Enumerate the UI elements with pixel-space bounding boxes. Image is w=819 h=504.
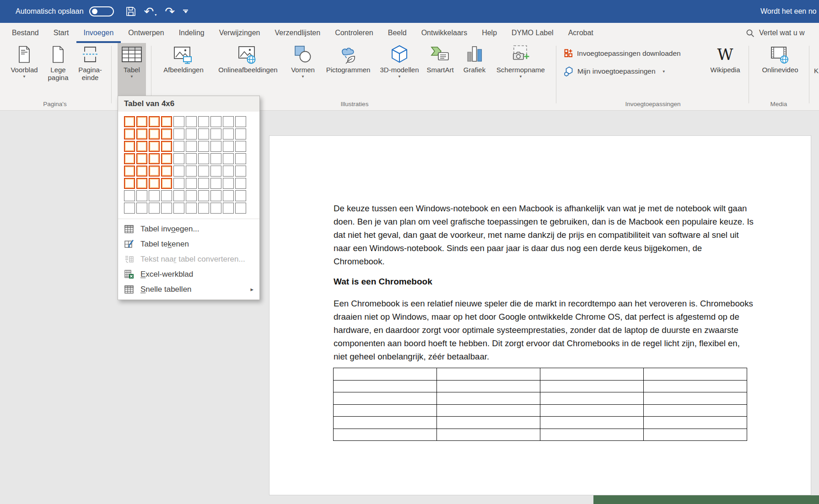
- grid-cell-5x1[interactable]: [173, 116, 184, 127]
- tab-beeld[interactable]: Beeld: [381, 23, 414, 43]
- grid-cell-1x6[interactable]: [124, 178, 135, 189]
- grid-cell-7x1[interactable]: [198, 116, 209, 127]
- tab-indeling[interactable]: Indeling: [172, 23, 212, 43]
- grid-cell-9x3[interactable]: [223, 141, 234, 152]
- grid-cell-2x7[interactable]: [136, 190, 147, 201]
- customize-quick-access-icon[interactable]: [183, 10, 188, 13]
- grid-cell-2x5[interactable]: [136, 166, 147, 177]
- doc-table-cell[interactable]: [540, 429, 644, 441]
- grid-cell-1x4[interactable]: [124, 153, 135, 164]
- doc-table-cell[interactable]: [540, 404, 644, 417]
- inserted-table[interactable]: [333, 368, 747, 441]
- grid-cell-9x5[interactable]: [223, 166, 234, 177]
- grid-cell-1x7[interactable]: [124, 190, 135, 201]
- doc-table-cell[interactable]: [437, 404, 540, 417]
- grid-cell-9x6[interactable]: [223, 178, 234, 189]
- doc-table-cell[interactable]: [644, 404, 747, 417]
- grid-cell-2x8[interactable]: [136, 203, 147, 214]
- grid-cell-3x2[interactable]: [149, 129, 160, 139]
- grid-cell-7x7[interactable]: [198, 190, 209, 201]
- grid-cell-8x5[interactable]: [210, 166, 221, 177]
- grid-cell-5x4[interactable]: [173, 153, 184, 164]
- doc-table-cell[interactable]: [644, 429, 747, 441]
- grid-cell-6x7[interactable]: [186, 190, 197, 201]
- grid-cell-9x8[interactable]: [223, 203, 234, 214]
- undo-button[interactable]: ↶ ▾: [144, 5, 157, 17]
- doc-table-cell[interactable]: [334, 429, 437, 441]
- grid-cell-5x5[interactable]: [173, 166, 184, 177]
- grid-cell-3x1[interactable]: [149, 116, 160, 127]
- redo-button[interactable]: ↷: [165, 5, 175, 17]
- grid-cell-1x2[interactable]: [124, 129, 135, 139]
- page-break-button[interactable]: Pagina-einde: [73, 44, 107, 95]
- grid-cell-9x1[interactable]: [223, 116, 234, 127]
- 3d-models-button[interactable]: 3D-modellen ▼: [380, 44, 419, 95]
- grid-cell-10x7[interactable]: [235, 190, 246, 201]
- doc-table-cell[interactable]: [540, 368, 644, 381]
- doc-table-cell[interactable]: [334, 368, 437, 381]
- menu-item-draw-table[interactable]: Tabel tekenen: [118, 236, 259, 252]
- smartart-button[interactable]: SmartArt: [421, 44, 459, 95]
- table-button[interactable]: Tabel ▼: [118, 43, 146, 97]
- grid-cell-4x1[interactable]: [161, 116, 172, 127]
- grid-cell-10x2[interactable]: [235, 129, 246, 139]
- doc-table-cell[interactable]: [437, 429, 540, 441]
- tab-invoegen[interactable]: Invoegen: [76, 23, 121, 43]
- grid-cell-8x7[interactable]: [210, 190, 221, 201]
- tab-verzendlijsten[interactable]: Verzendlijsten: [268, 23, 328, 43]
- grid-cell-4x5[interactable]: [161, 166, 172, 177]
- grid-cell-2x4[interactable]: [136, 153, 147, 164]
- shapes-button[interactable]: Vormen ▼: [287, 44, 319, 95]
- tab-acrobat[interactable]: Acrobat: [561, 23, 601, 43]
- grid-cell-7x4[interactable]: [198, 153, 209, 164]
- grid-cell-10x3[interactable]: [235, 141, 246, 152]
- doc-table-cell[interactable]: [644, 392, 747, 405]
- grid-cell-9x4[interactable]: [223, 153, 234, 164]
- doc-table-cell[interactable]: [437, 368, 540, 381]
- undo-dropdown-caret[interactable]: ▾: [155, 13, 156, 17]
- grid-cell-6x3[interactable]: [186, 141, 197, 152]
- doc-table-cell[interactable]: [540, 392, 644, 405]
- grid-cell-2x6[interactable]: [136, 178, 147, 189]
- chart-button[interactable]: Grafiek: [460, 44, 489, 95]
- grid-cell-3x4[interactable]: [149, 153, 160, 164]
- cover-page-button[interactable]: Voorblad ▼: [7, 44, 41, 95]
- tab-bestand[interactable]: Bestand: [5, 23, 46, 43]
- grid-cell-5x6[interactable]: [173, 178, 184, 189]
- doc-table-cell[interactable]: [334, 417, 437, 429]
- paragraph[interactable]: Een Chromebook is een relatief nieuwe sp…: [334, 297, 754, 363]
- grid-cell-8x2[interactable]: [210, 129, 221, 139]
- doc-table-cell[interactable]: [437, 380, 540, 392]
- online-video-button[interactable]: Onlinevideo: [757, 44, 803, 95]
- grid-cell-6x6[interactable]: [186, 178, 197, 189]
- grid-cell-10x1[interactable]: [235, 116, 246, 127]
- grid-cell-7x8[interactable]: [198, 203, 209, 214]
- tab-dymo-label[interactable]: DYMO Label: [504, 23, 561, 43]
- grid-cell-4x8[interactable]: [161, 203, 172, 214]
- grid-cell-4x3[interactable]: [161, 141, 172, 152]
- doc-table-cell[interactable]: [437, 417, 540, 429]
- doc-table-cell[interactable]: [540, 380, 644, 392]
- grid-cell-9x2[interactable]: [223, 129, 234, 139]
- grid-cell-6x2[interactable]: [186, 129, 197, 139]
- tab-help[interactable]: Help: [474, 23, 504, 43]
- grid-cell-6x5[interactable]: [186, 166, 197, 177]
- grid-cell-1x8[interactable]: [124, 203, 135, 214]
- grid-cell-7x6[interactable]: [198, 178, 209, 189]
- grid-cell-8x4[interactable]: [210, 153, 221, 164]
- tell-me-search[interactable]: Vertel wat u w: [746, 23, 805, 43]
- doc-table-cell[interactable]: [334, 404, 437, 417]
- document-heading[interactable]: Wat is een Chromebook: [334, 277, 754, 287]
- paragraph[interactable]: De keuze tussen een Windows-notebook en …: [334, 202, 754, 268]
- grid-cell-10x4[interactable]: [235, 153, 246, 164]
- grid-cell-5x2[interactable]: [173, 129, 184, 139]
- grid-cell-4x7[interactable]: [161, 190, 172, 201]
- grid-cell-8x8[interactable]: [210, 203, 221, 214]
- tab-ontwikkelaars[interactable]: Ontwikkelaars: [414, 23, 474, 43]
- doc-table-cell[interactable]: [334, 392, 437, 405]
- grid-cell-3x5[interactable]: [149, 166, 160, 177]
- icons-button[interactable]: Pictogrammen: [320, 44, 376, 95]
- doc-table-cell[interactable]: [540, 417, 644, 429]
- grid-cell-1x5[interactable]: [124, 166, 135, 177]
- tab-ontwerpen[interactable]: Ontwerpen: [121, 23, 171, 43]
